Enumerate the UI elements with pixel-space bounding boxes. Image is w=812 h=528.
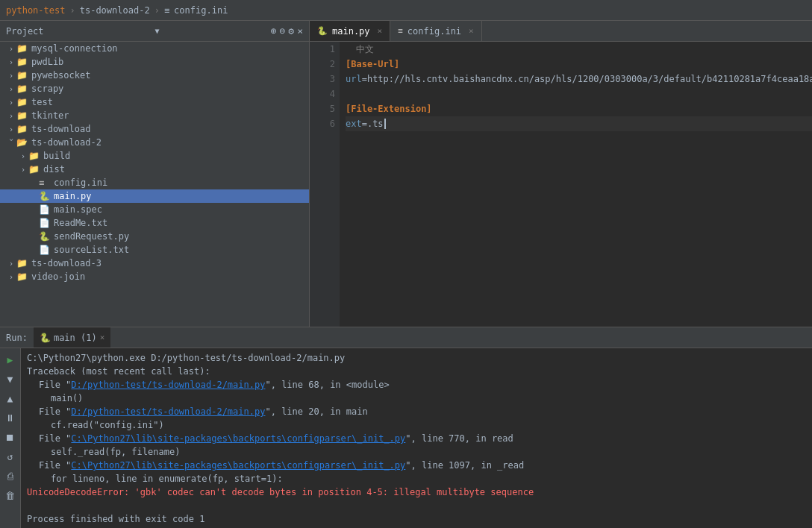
folder-icon: 📁 [28, 164, 40, 175]
folder-icon: 📁 [16, 97, 28, 107]
run-panel-body: ▶ ▼ ▲ ⏸ ⏹ ↺ ⎙ 🗑 C:\Python27\python.exe D… [0, 348, 812, 528]
code-text: [File-Extension] [346, 101, 432, 116]
sidebar-item-main-spec[interactable]: 📄 main.spec [0, 203, 309, 216]
run-tab-main[interactable]: 🐍 main (1) × [34, 327, 110, 348]
sidebar-expand-icon[interactable]: ⊕ [271, 25, 277, 37]
chevron-right-icon: › [6, 72, 16, 80]
breadcrumb-sep2: › [154, 5, 160, 16]
run-output-file3: File "C:\Python27\lib\site-packages\back… [27, 432, 806, 445]
txt-file-icon: 📄 [39, 245, 51, 255]
run-panel: Run: 🐍 main (1) × ▶ ▼ ▲ ⏸ ⏹ ↺ ⎙ 🗑 C:\Pyt… [0, 327, 812, 528]
tab-close-main-py[interactable]: × [378, 26, 383, 36]
sidebar-item-main-py[interactable]: 🐍 main.py [0, 189, 309, 203]
sidebar-dropdown-icon: ▼ [155, 27, 160, 35]
code-line-2: [Base-Url] [346, 57, 812, 72]
chevron-right-icon: › [6, 273, 16, 281]
breadcrumb-file[interactable]: config.ini [174, 5, 228, 16]
sidebar-item-sourcelist[interactable]: 📄 sourceList.txt [0, 243, 309, 257]
sidebar-item-config-ini[interactable]: ≡ config.ini [0, 176, 309, 189]
chevron-right-icon: › [6, 260, 16, 268]
sidebar-collapse-icon[interactable]: ⊖ [280, 25, 286, 37]
ini-file-icon: ≡ [39, 177, 51, 188]
sidebar-item-test[interactable]: › 📁 test [0, 95, 309, 109]
code-editor[interactable]: 中文 [Base-Url] url=http://hls.cntv.baisha… [340, 42, 812, 327]
code-key: url [346, 72, 362, 87]
txt-file-icon: 📄 [39, 218, 51, 228]
code-eq: = [362, 116, 367, 131]
sidebar-settings-icon[interactable]: ⚙ [288, 25, 294, 37]
sidebar-item-video-join[interactable]: › 📁 video-join [0, 270, 309, 283]
spec-file-icon: 📄 [39, 204, 51, 215]
sidebar-item-pwdLib[interactable]: › 📁 pwdLib [0, 55, 309, 69]
sidebar-item-label: pwdLib [31, 57, 63, 67]
sidebar-item-label: test [31, 97, 53, 107]
editor-content[interactable]: 1 2 3 4 5 6 中文 [Base-Url] url=http://hls… [310, 42, 812, 327]
chevron-right-icon: › [18, 166, 28, 174]
sidebar-item-build[interactable]: › 📁 build [0, 149, 309, 163]
chevron-right-icon: › [6, 112, 16, 120]
sidebar-item-mysql-connection[interactable]: › 📁 mysql-connection [0, 42, 309, 55]
chevron-right-icon: › [6, 45, 16, 53]
file-link-1[interactable]: D:/python-test/ts-download-2/main.py [71, 380, 265, 390]
folder-icon: 📁 [16, 124, 28, 134]
sidebar-item-readme[interactable]: 📄 ReadMe.txt [0, 216, 309, 230]
run-rerun-button[interactable]: ↺ [2, 448, 19, 465]
py-tab-icon: 🐍 [317, 26, 328, 36]
breadcrumb-folder[interactable]: ts-download-2 [80, 5, 150, 16]
file-link-4[interactable]: C:\Python27\lib\site-packages\backports\… [71, 460, 405, 471]
run-toolbar: ▶ ▼ ▲ ⏸ ⏹ ↺ ⎙ 🗑 [0, 348, 21, 528]
chevron-right-icon: › [6, 125, 16, 133]
sidebar-item-label: mysql-connection [31, 43, 118, 54]
sidebar-item-tkinter[interactable]: › 📁 tkinter [0, 109, 309, 122]
sidebar-item-dist[interactable]: › 📁 dist [0, 163, 309, 176]
folder-open-icon: 📂 [16, 137, 28, 148]
main-area: Project ▼ ⊕ ⊖ ⚙ × › 📁 mysql-connection ›… [0, 21, 812, 327]
chevron-right-icon: › [18, 152, 28, 160]
code-val: .ts [367, 116, 384, 131]
sidebar-header-icons: ⊕ ⊖ ⚙ × [271, 25, 303, 37]
tab-main-py[interactable]: 🐍 main.py × [310, 21, 390, 41]
run-play-button[interactable]: ▶ [2, 351, 19, 368]
tab-close-config-ini[interactable]: × [469, 26, 474, 36]
file-link-3[interactable]: C:\Python27\lib\site-packages\backports\… [71, 433, 405, 444]
run-stop-button[interactable]: ⏹ [2, 429, 19, 445]
code-eq: = [362, 72, 367, 87]
code-line-6: ext=.ts [346, 116, 812, 131]
run-up-button[interactable]: ▲ [2, 390, 19, 406]
sidebar-item-sendrequest[interactable]: 🐍 sendRequest.py [0, 230, 309, 243]
cursor [384, 119, 386, 129]
sidebar-item-ts-download[interactable]: › 📁 ts-download [0, 122, 309, 136]
folder-icon: 📁 [16, 70, 28, 81]
line-numbers: 1 2 3 4 5 6 [310, 42, 340, 327]
sidebar-item-ts-download-3[interactable]: › 📁 ts-download-3 [0, 257, 309, 270]
run-print-button[interactable]: ⎙ [2, 468, 19, 484]
tab-config-ini[interactable]: ≡ config.ini × [390, 21, 482, 41]
code-text: [Base-Url] [346, 57, 399, 72]
run-header: Run: 🐍 main (1) × [0, 327, 812, 348]
sidebar: Project ▼ ⊕ ⊖ ⚙ × › 📁 mysql-connection ›… [0, 21, 310, 327]
run-tab-close[interactable]: × [100, 333, 105, 342]
file-link-2[interactable]: D:/python-test/ts-download-2/main.py [71, 406, 265, 417]
sidebar-item-ts-download-2[interactable]: › 📂 ts-download-2 [0, 136, 309, 149]
sidebar-item-label: sendRequest.py [54, 231, 129, 242]
run-tab-icon: 🐍 [40, 333, 51, 343]
py-file-icon: 🐍 [39, 191, 51, 201]
run-tab-label: main (1) [54, 333, 97, 343]
sidebar-item-label: ts-download-2 [31, 137, 102, 148]
sidebar-item-label: ts-download-3 [31, 258, 102, 268]
run-pause-button[interactable]: ⏸ [2, 409, 19, 426]
sidebar-item-label: main.spec [54, 204, 102, 215]
editor-area: 🐍 main.py × ≡ config.ini × 1 2 3 4 5 6 [310, 21, 812, 327]
sidebar-close-icon[interactable]: × [297, 25, 303, 37]
run-down-button[interactable]: ▼ [2, 371, 19, 387]
code-line-1: 中文 [346, 42, 812, 57]
run-output-cmd: C:\Python27\python.exe D:/python-test/ts… [27, 351, 806, 365]
sidebar-item-scrapy[interactable]: › 📁 scrapy [0, 82, 309, 95]
folder-icon: 📁 [16, 271, 28, 282]
run-trash-button[interactable]: 🗑 [2, 487, 19, 503]
sidebar-item-pywebsocket[interactable]: › 📁 pywebsocket [0, 69, 309, 82]
run-output-error: UnicodeDecodeError: 'gbk' codec can't de… [27, 485, 806, 499]
run-output-call3: self._read(fp, filename) [27, 445, 806, 459]
breadcrumb-sep1: › [69, 5, 75, 16]
breadcrumb-root[interactable]: python-test [6, 5, 65, 16]
